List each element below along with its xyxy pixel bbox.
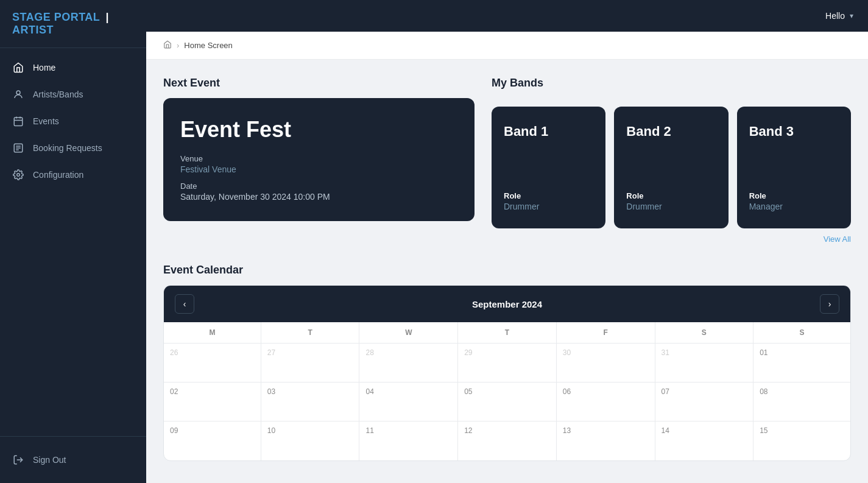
calendar-month-label: September 2024 bbox=[472, 299, 542, 309]
day-number: 01 bbox=[760, 348, 767, 357]
event-name: Event Fest bbox=[180, 118, 457, 142]
calendar-day[interactable]: 05 bbox=[458, 383, 557, 421]
day-header-sun: S bbox=[753, 322, 850, 344]
calendar-title: Event Calendar bbox=[163, 264, 851, 277]
band-card-2[interactable]: Band 2 Role Drummer bbox=[614, 107, 728, 228]
sidebar-item-home-label: Home bbox=[33, 63, 55, 72]
config-icon bbox=[12, 169, 24, 181]
logo-part1: STAGE PORTAL bbox=[12, 11, 100, 23]
calendar-day[interactable]: 31 bbox=[655, 344, 753, 383]
event-calendar-section: Event Calendar ‹ September 2024 › M T W bbox=[163, 264, 851, 461]
sidebar-item-configuration[interactable]: Configuration bbox=[0, 161, 146, 188]
sidebar-item-artists-bands[interactable]: Artists/Bands bbox=[0, 81, 146, 108]
my-bands-title: My Bands bbox=[492, 77, 543, 90]
booking-icon bbox=[12, 142, 24, 154]
sidebar-item-events-label: Events bbox=[33, 116, 59, 126]
calendar-day[interactable]: 26 bbox=[164, 344, 261, 383]
calendar-day[interactable]: 11 bbox=[359, 421, 458, 460]
band-3-name: Band 3 bbox=[749, 124, 839, 139]
date-value: Saturday, November 30 2024 10:00 PM bbox=[180, 192, 457, 202]
day-header-mon: M bbox=[164, 322, 261, 344]
calendar-header: ‹ September 2024 › bbox=[164, 286, 850, 322]
day-number: 13 bbox=[563, 426, 571, 435]
calendar-next-button[interactable]: › bbox=[820, 294, 839, 314]
breadcrumb-home-icon[interactable] bbox=[163, 40, 172, 51]
calendar-day[interactable]: 10 bbox=[261, 421, 359, 460]
event-card[interactable]: Event Fest Venue Festival Venue Date Sat… bbox=[163, 98, 475, 221]
logo: STAGE PORTAL | ARTIST bbox=[0, 0, 146, 48]
day-number: 12 bbox=[464, 426, 472, 435]
svg-point-0 bbox=[16, 91, 20, 94]
sign-out-label: Sign Out bbox=[33, 455, 66, 465]
day-number: 05 bbox=[464, 387, 472, 396]
day-number: 07 bbox=[662, 387, 669, 396]
day-number: 09 bbox=[170, 426, 178, 435]
home-icon bbox=[12, 62, 24, 74]
calendar-day[interactable]: 30 bbox=[556, 344, 655, 383]
calendar-day[interactable]: 06 bbox=[556, 383, 655, 421]
next-event-title: Next Event bbox=[163, 77, 475, 90]
calendar-day[interactable]: 01 bbox=[753, 344, 850, 383]
calendar-container: ‹ September 2024 › M T W T F S bbox=[163, 285, 851, 461]
calendar-day[interactable]: 13 bbox=[556, 421, 655, 460]
sign-out-icon bbox=[12, 454, 24, 466]
sidebar-nav: Home Artists/Bands Events Booking Reques… bbox=[0, 48, 146, 436]
page-content: Next Event Event Fest Venue Festival Ven… bbox=[146, 60, 868, 478]
sidebar-item-events[interactable]: Events bbox=[0, 108, 146, 135]
band-2-role-value: Drummer bbox=[626, 202, 716, 211]
day-number: 15 bbox=[760, 426, 767, 435]
day-header-fri: F bbox=[556, 322, 655, 344]
venue-label: Venue bbox=[180, 154, 457, 163]
day-number: 30 bbox=[563, 348, 571, 357]
hello-dropdown[interactable]: Hello ▾ bbox=[825, 11, 853, 21]
svg-rect-1 bbox=[14, 118, 23, 126]
calendar-day[interactable]: 09 bbox=[164, 421, 261, 460]
sidebar-item-booking-requests[interactable]: Booking Requests bbox=[0, 135, 146, 161]
artists-icon bbox=[12, 88, 24, 100]
day-number: 02 bbox=[170, 387, 178, 396]
logo-sep: | bbox=[106, 11, 110, 23]
calendar-prev-button[interactable]: ‹ bbox=[175, 294, 194, 314]
day-header-wed: W bbox=[359, 322, 458, 344]
hello-label: Hello bbox=[825, 11, 845, 21]
calendar-day[interactable]: 27 bbox=[261, 344, 359, 383]
calendar-day[interactable]: 03 bbox=[261, 383, 359, 421]
day-number: 31 bbox=[662, 348, 669, 357]
calendar-day[interactable]: 04 bbox=[359, 383, 458, 421]
band-1-role-label: Role bbox=[504, 191, 593, 200]
calendar-day[interactable]: 12 bbox=[458, 421, 557, 460]
venue-value: Festival Venue bbox=[180, 164, 457, 174]
calendar-week-1: 02030405060708 bbox=[164, 383, 850, 421]
band-card-3[interactable]: Band 3 Role Manager bbox=[737, 107, 851, 228]
band-card-1[interactable]: Band 1 Role Drummer bbox=[492, 107, 605, 228]
band-2-name: Band 2 bbox=[626, 124, 716, 139]
day-number: 06 bbox=[563, 387, 571, 396]
calendar-day[interactable]: 15 bbox=[753, 421, 850, 460]
sidebar-footer: Sign Out bbox=[0, 436, 146, 483]
band-3-role-section: Role Manager bbox=[749, 191, 839, 211]
logo-part2: ARTIST bbox=[12, 24, 54, 36]
sidebar: STAGE PORTAL | ARTIST Home Artists/Bands… bbox=[0, 0, 146, 483]
day-header-thu: T bbox=[458, 322, 557, 344]
calendar-day[interactable]: 07 bbox=[655, 383, 753, 421]
bands-grid: Band 1 Role Drummer Band 2 Role Drumme bbox=[492, 107, 851, 228]
calendar-day[interactable]: 08 bbox=[753, 383, 850, 421]
band-1-role-value: Drummer bbox=[504, 202, 593, 211]
calendar-header-row: M T W T F S S bbox=[164, 322, 850, 344]
topbar: Hello ▾ bbox=[146, 0, 868, 32]
day-number: 10 bbox=[267, 426, 275, 435]
svg-point-9 bbox=[17, 174, 20, 177]
main-area: Hello ▾ › Home Screen Next Event Event F… bbox=[146, 0, 868, 483]
calendar-day[interactable]: 28 bbox=[359, 344, 458, 383]
calendar-day[interactable]: 02 bbox=[164, 383, 261, 421]
chevron-down-icon: ▾ bbox=[850, 12, 853, 20]
calendar-day[interactable]: 29 bbox=[458, 344, 557, 383]
view-all-link[interactable]: View All bbox=[824, 234, 851, 244]
sidebar-item-home[interactable]: Home bbox=[0, 54, 146, 81]
sign-out-button[interactable]: Sign Out bbox=[0, 446, 146, 473]
day-number: 08 bbox=[760, 387, 767, 396]
sidebar-item-booking-label: Booking Requests bbox=[33, 143, 102, 153]
calendar-grid: M T W T F S S 26272829303101020304050607… bbox=[164, 322, 850, 460]
calendar-day[interactable]: 14 bbox=[655, 421, 753, 460]
calendar-body: 2627282930310102030405060708091011121314… bbox=[164, 344, 850, 460]
